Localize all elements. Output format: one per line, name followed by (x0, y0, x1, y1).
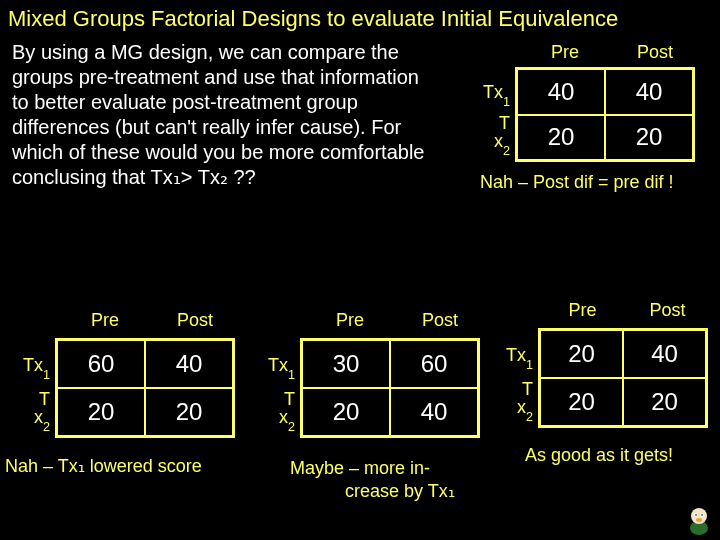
col-header-pre: Pre (545, 300, 620, 321)
row-label-sub: 1 (288, 368, 295, 382)
col-header-post: Post (155, 310, 235, 331)
body-paragraph: By using a MG design, we can compare the… (0, 36, 440, 190)
cell-r2c1: 20 (57, 388, 145, 436)
row-label-t: T (0, 390, 50, 408)
cell-r1c2: 40 (605, 69, 693, 115)
table-bottom-mid: Pre Post Tx1 T x2 30 60 20 40 Maybe – mo… (250, 310, 500, 530)
col-header-post: Post (400, 310, 480, 331)
cell-r1c2: 60 (390, 340, 478, 388)
cell-r2c2: 20 (623, 378, 706, 426)
row-label-sub: 1 (43, 368, 50, 382)
row-label-tx1: Tx1 (485, 345, 533, 369)
cells-grid: 40 40 20 20 (515, 67, 695, 162)
cell-r1c1: 30 (302, 340, 390, 388)
col-header-post: Post (630, 300, 705, 321)
cell-r1c2: 40 (145, 340, 233, 388)
row-label-sub2: 2 (43, 420, 50, 434)
row-label-tx1: Tx1 (455, 82, 510, 106)
row-label-text: Tx (268, 355, 288, 375)
col-header-pre: Pre (310, 310, 390, 331)
svg-point-6 (696, 518, 702, 522)
cells-grid: 60 40 20 20 (55, 338, 235, 438)
table-caption: Nah – Tx₁ lowered score (5, 455, 255, 477)
cell-r1c1: 60 (57, 340, 145, 388)
cells-grid: 20 40 20 20 (538, 328, 708, 428)
table-bottom-right: Pre Post Tx1 T x2 20 40 20 20 As good as… (490, 300, 720, 500)
row-label-tx2: T x2 (245, 390, 295, 430)
cell-r2c2: 40 (390, 388, 478, 436)
row-label-sub2: 2 (503, 144, 510, 158)
cell-r2c2: 20 (605, 115, 693, 161)
cell-r1c1: 20 (540, 330, 623, 378)
row-label-sub2: 2 (526, 410, 533, 424)
cell-r1c1: 40 (517, 69, 605, 115)
cartoon-icon (684, 502, 714, 536)
row-label-tx1: Tx1 (0, 355, 50, 379)
row-label-x: x (34, 407, 43, 427)
row-label-text: Tx (483, 82, 503, 102)
row-label-sub2: 2 (288, 420, 295, 434)
table-caption: As good as it gets! (525, 445, 720, 466)
row-label-t: T (485, 380, 533, 398)
row-label-sub: 1 (503, 95, 510, 109)
svg-point-4 (695, 514, 697, 516)
col-header-pre: Pre (525, 42, 605, 63)
cell-r2c1: 20 (517, 115, 605, 161)
row-label-x: x (494, 131, 503, 151)
row-label-tx1: Tx1 (245, 355, 295, 379)
slide-title: Mixed Groups Factorial Designs to evalua… (0, 0, 720, 36)
cell-r2c1: 20 (540, 378, 623, 426)
cell-r2c1: 20 (302, 388, 390, 436)
row-label-t: T (455, 114, 510, 132)
table-top-right: Pre Post Tx1 T x2 40 40 20 20 Nah – Post… (455, 42, 705, 222)
row-label-tx2: T x2 (455, 114, 510, 154)
svg-point-5 (701, 514, 703, 516)
row-label-sub: 1 (526, 358, 533, 372)
row-label-x: x (517, 397, 526, 417)
table-bottom-left: Pre Post Tx1 T x2 60 40 20 20 Nah – Tx₁ … (5, 310, 255, 510)
row-label-text: Tx (506, 345, 526, 365)
row-label-tx2: T x2 (485, 380, 533, 420)
cell-r1c2: 40 (623, 330, 706, 378)
row-label-text: Tx (23, 355, 43, 375)
table-caption-line1: Maybe – more in- (290, 458, 510, 479)
cell-r2c2: 20 (145, 388, 233, 436)
col-header-pre: Pre (65, 310, 145, 331)
table-caption: Nah – Post dif = pre dif ! (480, 172, 720, 193)
row-label-t: T (245, 390, 295, 408)
row-label-x: x (279, 407, 288, 427)
col-header-post: Post (615, 42, 695, 63)
row-label-tx2: T x2 (0, 390, 50, 430)
cells-grid: 30 60 20 40 (300, 338, 480, 438)
